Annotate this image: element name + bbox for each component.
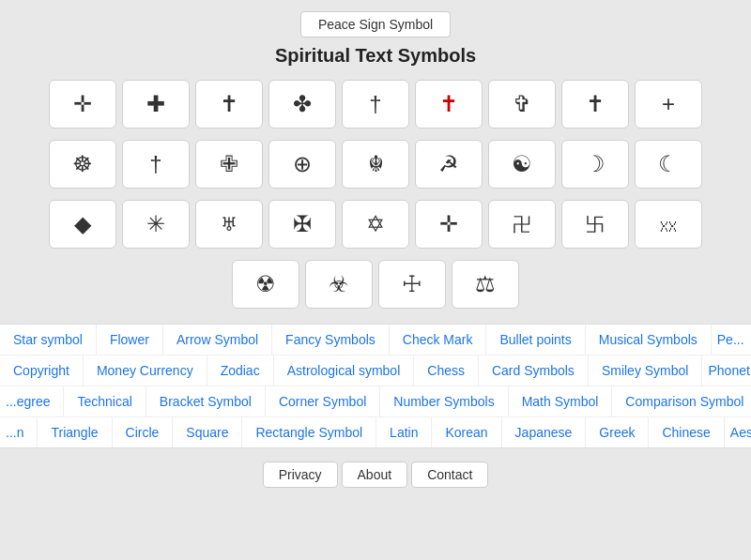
symbols-container: ✛ ✚ ✝ ✤ † ✝ ✞ ✝ + ☸ † ✙ ⊕ ☬ ☭ ☯ ☽ ☾ ◆ ✳ … (0, 80, 751, 314)
symbol-cell[interactable]: ☯ (488, 140, 556, 189)
symbol-cell[interactable]: ✳ (122, 200, 190, 249)
symbol-cell[interactable]: ✙ (195, 140, 263, 189)
footer: Privacy About Contact (0, 448, 751, 497)
nav-rectangle-symbol[interactable]: Rectangle Symbol (242, 417, 376, 447)
symbol-cell[interactable]: ✠ (268, 200, 336, 249)
nav-n[interactable]: ...n (0, 417, 38, 447)
symbol-cell[interactable]: ✞ (488, 80, 556, 129)
symbol-cell[interactable]: ♅ (195, 200, 263, 249)
symbol-cell[interactable]: ⊕ (268, 140, 336, 189)
symbol-cell[interactable]: ✤ (268, 80, 336, 129)
nav-pe[interactable]: Pe... (712, 325, 751, 355)
symbol-cell[interactable]: ☭ (415, 140, 483, 189)
symbol-cell[interactable]: ✝ (415, 80, 483, 129)
symbol-cell[interactable]: ☽ (561, 140, 629, 189)
nav-technical[interactable]: Technical (64, 386, 146, 416)
nav-degree[interactable]: ...egree (0, 386, 64, 416)
about-button[interactable]: About (342, 462, 408, 488)
nav-circle[interactable]: Circle (113, 417, 174, 447)
nav-money-currency[interactable]: Money Currency (84, 356, 207, 386)
nav-corner-symbol[interactable]: Corner Symbol (266, 386, 380, 416)
nav-flower[interactable]: Flower (97, 325, 163, 355)
page-title: Spiritual Text Symbols (0, 45, 751, 67)
nav-chinese[interactable]: Chinese (649, 417, 724, 447)
nav-copyright[interactable]: Copyright (0, 356, 84, 386)
nav-japanese[interactable]: Japanese (502, 417, 587, 447)
nav-row-2: Copyright Money Currency Zodiac Astrolog… (0, 356, 751, 386)
symbol-row-1: ✛ ✚ ✝ ✤ † ✝ ✞ ✝ + (49, 80, 702, 129)
nav-fancy-symbols[interactable]: Fancy Symbols (272, 325, 390, 355)
symbol-cell[interactable]: ✛ (415, 200, 483, 249)
symbol-cell[interactable]: ✚ (122, 80, 190, 129)
nav-links-section: Star symbol Flower Arrow Symbol Fancy Sy… (0, 324, 751, 448)
contact-button[interactable]: Contact (411, 462, 488, 488)
nav-math-symbol[interactable]: Math Symbol (509, 386, 613, 416)
symbol-cell[interactable]: † (342, 80, 409, 129)
symbol-cell[interactable]: + (635, 80, 702, 129)
symbol-cell[interactable]: ✝ (195, 80, 263, 129)
symbol-cell[interactable]: ☸ (49, 140, 116, 189)
symbol-cell[interactable]: ☣ (305, 260, 373, 309)
symbol-cell[interactable]: 卐 (561, 200, 629, 249)
nav-bullet-points[interactable]: Bullet points (486, 325, 585, 355)
nav-smiley-symbol[interactable]: Smiley Symbol (589, 356, 703, 386)
nav-check-mark[interactable]: Check Mark (390, 325, 487, 355)
symbol-row-2: ☸ † ✙ ⊕ ☬ ☭ ☯ ☽ ☾ (49, 140, 702, 189)
nav-card-symbols[interactable]: Card Symbols (479, 356, 589, 386)
nav-aesthet[interactable]: Aesthet... (725, 417, 751, 447)
nav-row-3: ...egree Technical Bracket Symbol Corner… (0, 386, 751, 417)
nav-phonet[interactable]: Phonet... (702, 356, 751, 386)
symbol-cell[interactable]: ⚖ (452, 260, 519, 309)
symbol-cell[interactable]: ✝ (561, 80, 629, 129)
nav-arrow-symbol[interactable]: Arrow Symbol (163, 325, 272, 355)
nav-row-4: ...n Triangle Circle Square Rectangle Sy… (0, 417, 751, 447)
nav-row-1: Star symbol Flower Arrow Symbol Fancy Sy… (0, 325, 751, 356)
symbol-cell[interactable]: ☬ (342, 140, 409, 189)
privacy-button[interactable]: Privacy (263, 462, 338, 488)
symbol-row-3: ◆ ✳ ♅ ✠ ✡ ✛ 卍 卐 ꭓꭓ (49, 200, 702, 249)
nav-triangle[interactable]: Triangle (38, 417, 112, 447)
nav-number-symbols[interactable]: Number Symbols (380, 386, 508, 416)
symbol-cell[interactable]: 卍 (488, 200, 556, 249)
nav-chess[interactable]: Chess (414, 356, 479, 386)
symbol-cell[interactable]: ◆ (49, 200, 116, 249)
symbol-cell[interactable]: ✡ (342, 200, 409, 249)
symbol-cell[interactable]: ✛ (49, 80, 116, 129)
nav-square[interactable]: Square (173, 417, 242, 447)
symbol-cell[interactable]: ☩ (378, 260, 446, 309)
nav-greek[interactable]: Greek (586, 417, 649, 447)
nav-astrological-symbol[interactable]: Astrological symbol (274, 356, 415, 386)
nav-zodiac[interactable]: Zodiac (207, 356, 274, 386)
symbol-cell[interactable]: ꭓꭓ (635, 200, 702, 249)
peace-sign-button[interactable]: Peace Sign Symbol (300, 11, 451, 38)
symbol-cell[interactable]: ☢ (232, 260, 299, 309)
nav-bracket-symbol[interactable]: Bracket Symbol (146, 386, 266, 416)
nav-korean[interactable]: Korean (432, 417, 501, 447)
nav-comparison-symbol[interactable]: Comparison Symbol (612, 386, 751, 416)
symbol-row-4: ☢ ☣ ☩ ⚖ (232, 260, 519, 309)
nav-musical-symbols[interactable]: Musical Symbols (586, 325, 712, 355)
symbol-cell[interactable]: ☾ (635, 140, 702, 189)
nav-latin[interactable]: Latin (376, 417, 432, 447)
nav-star-symbol[interactable]: Star symbol (0, 325, 97, 355)
symbol-cell[interactable]: † (122, 140, 190, 189)
